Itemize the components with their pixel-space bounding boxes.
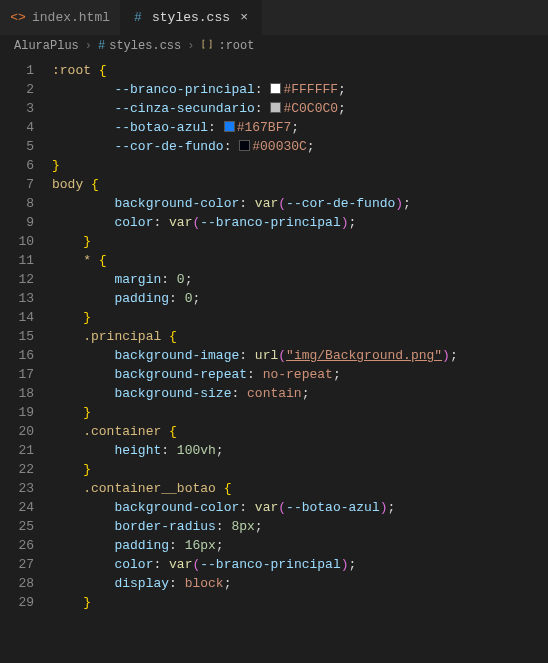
code-line[interactable]: * { (52, 251, 548, 270)
line-number: 3 (0, 99, 34, 118)
code-line[interactable]: --branco-principal: #FFFFFF; (52, 80, 548, 99)
code-line[interactable]: margin: 0; (52, 270, 548, 289)
css-file-icon: # (98, 39, 105, 53)
line-number: 5 (0, 137, 34, 156)
line-number-gutter: 1234567891011121314151617181920212223242… (0, 57, 52, 663)
line-number: 27 (0, 555, 34, 574)
code-line[interactable]: .container__botao { (52, 479, 548, 498)
code-line[interactable]: } (52, 403, 548, 422)
line-number: 8 (0, 194, 34, 213)
line-number: 6 (0, 156, 34, 175)
breadcrumb-file[interactable]: styles.css (109, 39, 181, 53)
code-line[interactable]: } (52, 593, 548, 612)
code-line[interactable]: .principal { (52, 327, 548, 346)
code-line[interactable]: :root { (52, 61, 548, 80)
code-line[interactable]: padding: 0; (52, 289, 548, 308)
line-number: 11 (0, 251, 34, 270)
line-number: 7 (0, 175, 34, 194)
brackets-icon (200, 37, 214, 55)
code-line[interactable]: } (52, 156, 548, 175)
line-number: 28 (0, 574, 34, 593)
line-number: 2 (0, 80, 34, 99)
line-number: 25 (0, 517, 34, 536)
code-line[interactable]: display: block; (52, 574, 548, 593)
code-line[interactable]: background-color: var(--botao-azul); (52, 498, 548, 517)
chevron-right-icon: › (85, 39, 92, 53)
code-line[interactable]: } (52, 308, 548, 327)
code-line[interactable]: body { (52, 175, 548, 194)
line-number: 16 (0, 346, 34, 365)
breadcrumb-symbol[interactable]: :root (218, 39, 254, 53)
code-line[interactable]: --botao-azul: #167BF7; (52, 118, 548, 137)
code-line[interactable]: background-image: url("img/Background.pn… (52, 346, 548, 365)
line-number: 18 (0, 384, 34, 403)
line-number: 24 (0, 498, 34, 517)
code-line[interactable]: color: var(--branco-principal); (52, 555, 548, 574)
code-line[interactable]: background-size: contain; (52, 384, 548, 403)
close-icon[interactable]: × (236, 10, 252, 25)
code-line[interactable]: --cinza-secundario: #C0C0C0; (52, 99, 548, 118)
line-number: 1 (0, 61, 34, 80)
line-number: 23 (0, 479, 34, 498)
tab-label: styles.css (152, 10, 230, 25)
line-number: 19 (0, 403, 34, 422)
line-number: 29 (0, 593, 34, 612)
code-line[interactable]: --cor-de-fundo: #00030C; (52, 137, 548, 156)
breadcrumb: AluraPlus › # styles.css › :root (0, 35, 548, 57)
breadcrumb-folder[interactable]: AluraPlus (14, 39, 79, 53)
code-content[interactable]: :root { --branco-principal: #FFFFFF; --c… (52, 57, 548, 663)
line-number: 22 (0, 460, 34, 479)
code-line[interactable]: background-repeat: no-repeat; (52, 365, 548, 384)
line-number: 15 (0, 327, 34, 346)
line-number: 9 (0, 213, 34, 232)
code-line[interactable]: color: var(--branco-principal); (52, 213, 548, 232)
code-line[interactable]: background-color: var(--cor-de-fundo); (52, 194, 548, 213)
line-number: 4 (0, 118, 34, 137)
line-number: 21 (0, 441, 34, 460)
tab-bar: <> index.html # styles.css × (0, 0, 548, 35)
editor: 1234567891011121314151617181920212223242… (0, 57, 548, 663)
css-file-icon: # (130, 10, 146, 26)
chevron-right-icon: › (187, 39, 194, 53)
html-file-icon: <> (10, 10, 26, 26)
line-number: 17 (0, 365, 34, 384)
tab-styles-css[interactable]: # styles.css × (120, 0, 262, 35)
code-line[interactable]: height: 100vh; (52, 441, 548, 460)
code-line[interactable]: border-radius: 8px; (52, 517, 548, 536)
code-line[interactable]: } (52, 460, 548, 479)
line-number: 13 (0, 289, 34, 308)
tab-index-html[interactable]: <> index.html (0, 0, 120, 35)
line-number: 20 (0, 422, 34, 441)
line-number: 12 (0, 270, 34, 289)
code-line[interactable]: padding: 16px; (52, 536, 548, 555)
line-number: 10 (0, 232, 34, 251)
line-number: 14 (0, 308, 34, 327)
tab-label: index.html (32, 10, 110, 25)
line-number: 26 (0, 536, 34, 555)
code-line[interactable]: } (52, 232, 548, 251)
code-line[interactable]: .container { (52, 422, 548, 441)
